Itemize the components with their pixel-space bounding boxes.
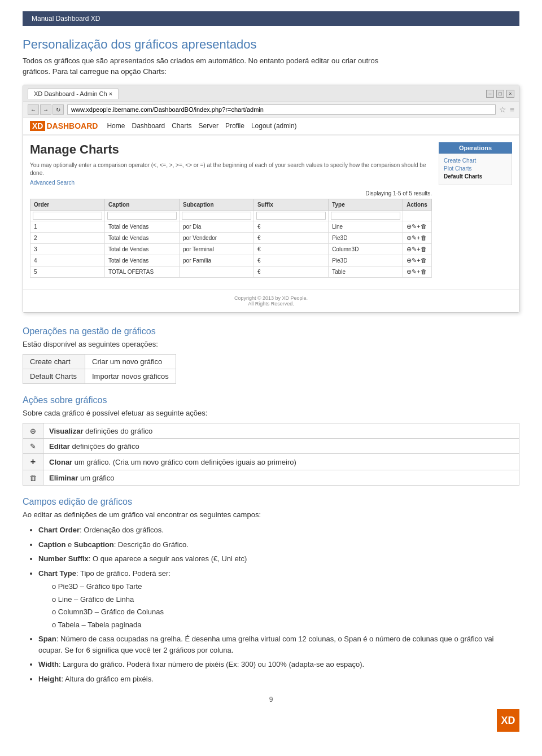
cell-suffix: € xyxy=(254,266,329,278)
menu-icon[interactable]: ≡ xyxy=(510,105,514,114)
cell-subcaption: por Terminal xyxy=(180,244,254,255)
address-input[interactable] xyxy=(67,104,496,115)
nav-server[interactable]: Server xyxy=(199,122,218,130)
results-info: Displaying 1-5 of 5 results. xyxy=(30,190,432,196)
minimize-btn[interactable]: – xyxy=(486,90,494,98)
browser-titlebar: XD Dashboard - Admin Ch × – □ × xyxy=(23,85,519,102)
nav-home[interactable]: Home xyxy=(107,122,125,130)
cell-suffix: € xyxy=(254,255,329,266)
back-btn[interactable]: ← xyxy=(28,104,39,115)
view-icon[interactable]: ⊕ xyxy=(406,257,412,264)
cell-type: Table xyxy=(329,266,403,278)
filter-suffix[interactable] xyxy=(256,212,326,220)
filter-row xyxy=(30,211,432,221)
view-icon[interactable]: ⊕ xyxy=(406,268,412,275)
cell-subcaption: por Família xyxy=(180,255,254,266)
clone-action-icon: + xyxy=(23,454,43,470)
cell-subcaption: por Dia xyxy=(180,221,254,233)
list-item-height: Height: Altura do gráfico em pixéis. xyxy=(38,674,519,685)
list-item-span: Span: Número de casa ocupadas na grelha.… xyxy=(38,633,519,656)
view-icon[interactable]: ⊕ xyxy=(406,234,412,241)
default-charts-link[interactable]: Default Charts xyxy=(444,173,507,180)
app-navbar: XD DASHBOARD Home Dashboard Charts Serve… xyxy=(23,117,519,136)
cell-suffix: € xyxy=(254,221,329,233)
maximize-btn[interactable]: □ xyxy=(496,90,504,98)
nav-buttons: ← → ↻ xyxy=(28,104,64,115)
nav-dashboard[interactable]: Dashboard xyxy=(132,122,165,130)
operations-box: Operations Create Chart Plot Charts Defa… xyxy=(439,142,512,185)
edit-action-icon: ✎ xyxy=(23,439,43,454)
browser-addressbar: ← → ↻ ☆ ≡ xyxy=(23,102,519,117)
view-icon[interactable]: ⊕ xyxy=(406,246,412,252)
delete-icon[interactable]: 🗑 xyxy=(421,257,427,264)
pencil-icon: ✎ xyxy=(30,442,36,451)
cell-suffix: € xyxy=(254,233,329,244)
nav-profile[interactable]: Profile xyxy=(225,122,244,130)
cell-caption: Total de Vendas xyxy=(105,244,180,255)
ops-row-default: Default Charts Importar novos gráficos xyxy=(23,369,176,384)
browser-tab[interactable]: XD Dashboard - Admin Ch × xyxy=(28,88,119,99)
list-item-caption: Caption e Subcaption: Descrição do Gráfi… xyxy=(38,539,519,550)
page-title: Personalização dos gráficos apresentados xyxy=(23,37,519,52)
delete-icon[interactable]: 🗑 xyxy=(421,223,427,230)
delete-icon[interactable]: 🗑 xyxy=(421,234,427,241)
app-logo: XD DASHBOARD xyxy=(30,121,98,131)
edit-icon[interactable]: ✎ xyxy=(412,234,417,241)
section-actions-subtext: Sobre cada gráfico é possível efetuar as… xyxy=(23,409,519,417)
manage-title: Manage Charts xyxy=(30,142,432,157)
cell-subcaption: por Vendedor xyxy=(180,233,254,244)
action-row-delete: 🗑 Eliminar um gráfico xyxy=(23,470,519,486)
clone-action-desc: Clonar um gráfico. (Cria um novo gráfico… xyxy=(43,454,519,470)
section-operations-subtext: Estão disponível as seguintes operações: xyxy=(23,340,519,348)
view-action-desc: Visualizar definições do gráfico xyxy=(43,423,519,439)
delete-icon[interactable]: 🗑 xyxy=(421,246,427,252)
ops-desc-default: Importar novos gráficos xyxy=(85,369,176,384)
cell-type: Pie3D xyxy=(329,233,403,244)
col-caption: Caption xyxy=(105,199,180,211)
nav-logout[interactable]: Logout (admin) xyxy=(251,122,297,130)
table-row: 2 Total de Vendas por Vendedor € Pie3D ⊕… xyxy=(30,233,432,244)
operations-table: Create chart Criar um novo gráfico Defau… xyxy=(23,354,176,384)
sublist-column3d: Column3D – Gráfico de Colunas xyxy=(52,606,519,618)
app-main: Manage Charts You may optionally enter a… xyxy=(23,136,519,285)
advanced-search-link[interactable]: Advanced Search xyxy=(30,180,432,186)
cell-type: Pie3D xyxy=(329,255,403,266)
cell-order: 5 xyxy=(30,266,105,278)
browser-controls: – □ × xyxy=(486,90,514,98)
favorites-icon[interactable]: ☆ xyxy=(499,105,506,114)
col-subcaption: Subcaption xyxy=(180,199,254,211)
edit-icon[interactable]: ✎ xyxy=(412,257,417,264)
header-title: Manual Dashboard XD xyxy=(32,15,100,23)
list-item-order: Chart Order: Ordenação dos gráficos. xyxy=(38,525,519,536)
browser-screenshot: XD Dashboard - Admin Ch × – □ × ← → ↻ ☆ … xyxy=(23,85,519,313)
reload-btn[interactable]: ↻ xyxy=(53,104,64,115)
filter-order[interactable] xyxy=(33,212,102,220)
xd-bottom-logo: XD xyxy=(23,709,519,732)
filter-type[interactable] xyxy=(331,212,400,220)
fields-list: Chart Order: Ordenação dos gráficos. Cap… xyxy=(23,525,519,684)
forward-btn[interactable]: → xyxy=(40,104,51,115)
page-number: 9 xyxy=(23,696,519,703)
plot-charts-link[interactable]: Plot Charts xyxy=(444,165,507,172)
sublist-line: Line – Gráfico de Linha xyxy=(52,594,519,605)
view-icon[interactable]: ⊕ xyxy=(406,223,412,230)
nav-charts[interactable]: Charts xyxy=(172,122,191,130)
filter-subcaption[interactable] xyxy=(182,212,251,220)
plus-icon: + xyxy=(30,457,36,466)
close-btn[interactable]: × xyxy=(506,90,514,98)
section-fields-subtext: Ao editar as definições de um gráfico va… xyxy=(23,510,519,519)
cell-actions: ⊕✎+🗑 xyxy=(403,244,432,255)
cell-actions: ⊕✎+🗑 xyxy=(403,221,432,233)
section-operations-heading: Operações na gestão de gráficos xyxy=(23,326,519,337)
intro-line1: Todos os gráficos que são apresentados s… xyxy=(23,56,519,65)
edit-icon[interactable]: ✎ xyxy=(412,246,417,252)
create-chart-link[interactable]: Create Chart xyxy=(444,158,507,164)
table-row: 3 Total de Vendas por Terminal € Column3… xyxy=(30,244,432,255)
actions-table: ⊕ Visualizar definições do gráfico ✎ Edi… xyxy=(23,423,519,486)
eye-icon: ⊕ xyxy=(30,427,36,435)
delete-icon[interactable]: 🗑 xyxy=(421,268,427,275)
edit-icon[interactable]: ✎ xyxy=(412,268,417,275)
edit-icon[interactable]: ✎ xyxy=(412,223,417,230)
table-header-row: Order Caption Subcaption Suffix Type Act… xyxy=(30,199,432,211)
filter-caption[interactable] xyxy=(107,212,177,220)
